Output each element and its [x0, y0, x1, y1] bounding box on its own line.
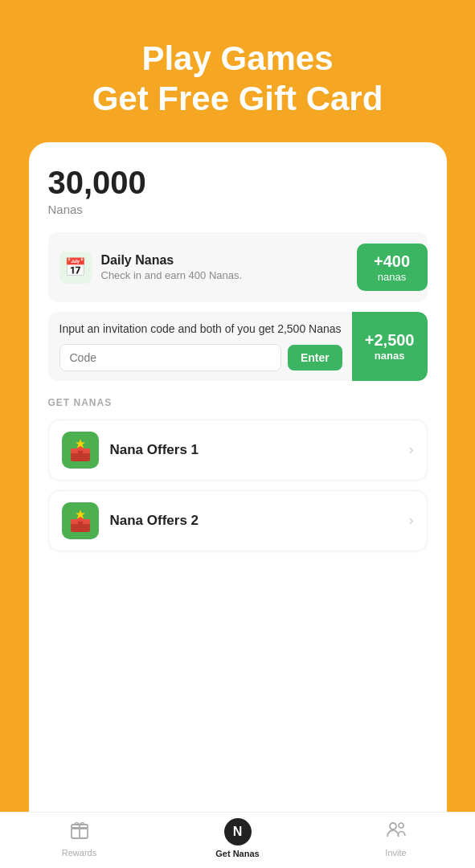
header-line1: Play Games [141, 39, 333, 77]
nav-label-invite: Invite [385, 848, 406, 858]
get-nanas-section: GET NANAS Nana Offers 1 › [48, 397, 428, 551]
svg-point-13 [390, 823, 396, 829]
offer-title-1: Nana Offers 1 [110, 442, 409, 458]
invitation-amount: +2,500 [365, 331, 415, 350]
nav-item-invite[interactable]: Invite [317, 819, 475, 858]
chevron-icon-1: › [409, 441, 414, 458]
offer-row-2[interactable]: Nana Offers 2 › [48, 490, 428, 551]
offer-star-gift-icon-1 [68, 437, 93, 463]
invite-icon [386, 819, 407, 845]
invitation-earn-button[interactable]: +2,500 nanas [352, 312, 428, 381]
offer-row-1[interactable]: Nana Offers 1 › [48, 420, 428, 481]
invitation-row: Input an invitation code and both of you… [48, 312, 428, 381]
daily-nanas-title: Daily Nanas [101, 253, 357, 268]
invitation-content: Input an invitation code and both of you… [48, 312, 352, 381]
nanas-count: 30,000 [48, 165, 428, 201]
nav-item-get-nanas[interactable]: N Get Nanas [158, 818, 317, 858]
invitation-title: Input an invitation code and both of you… [59, 321, 342, 338]
nanas-label: Nanas [48, 203, 428, 216]
balance-section: 30,000 Nanas [48, 165, 428, 216]
chevron-icon-2: › [409, 512, 414, 529]
daily-nanas-unit: nanas [378, 271, 406, 284]
daily-nanas-text: Daily Nanas Check in and earn 400 Nanas. [101, 253, 357, 281]
get-nanas-title: GET NANAS [48, 397, 428, 408]
nav-item-rewards[interactable]: Rewards [0, 819, 158, 858]
daily-nanas-amount: +400 [374, 252, 410, 271]
invitation-input-row: Enter [59, 344, 342, 371]
invitation-unit: nanas [375, 350, 405, 362]
offer-star-gift-icon-2 [68, 508, 93, 534]
daily-nanas-icon: 📅 [59, 252, 92, 284]
enter-button[interactable]: Enter [288, 345, 342, 371]
nana-badge: N [224, 818, 252, 845]
nav-label-rewards: Rewards [62, 848, 96, 858]
code-input[interactable] [59, 344, 281, 371]
daily-nanas-row: 📅 Daily Nanas Check in and earn 400 Nana… [48, 232, 428, 303]
daily-nanas-button[interactable]: +400 nanas [357, 244, 428, 292]
offer-icon-2 [62, 502, 99, 539]
header: Play Games Get Free Gift Card [76, 0, 399, 142]
rewards-icon [69, 819, 90, 845]
header-line2: Get Free Gift Card [92, 80, 383, 117]
nav-label-get-nanas: Get Nanas [215, 849, 259, 858]
bottom-nav: Rewards N Get Nanas Invite [0, 812, 475, 868]
daily-nanas-subtitle: Check in and earn 400 Nanas. [101, 269, 357, 281]
offer-title-2: Nana Offers 2 [110, 513, 409, 529]
main-card: 30,000 Nanas 📅 Daily Nanas Check in and … [29, 142, 447, 868]
card-scroll: 30,000 Nanas 📅 Daily Nanas Check in and … [48, 165, 428, 849]
offer-icon-1 [62, 432, 99, 469]
svg-point-14 [399, 823, 403, 828]
